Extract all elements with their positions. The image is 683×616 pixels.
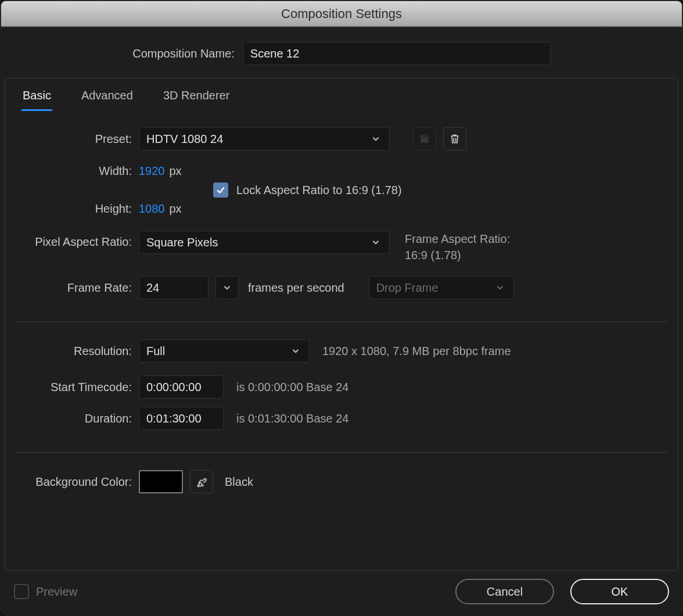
duration-info: is 0:01:30:00 Base 24 <box>236 412 348 425</box>
tab-basic[interactable]: Basic <box>21 85 52 111</box>
bgcolor-row: Background Color: Black <box>16 470 667 493</box>
dialog-body: Composition Name: Basic Advanced 3D Rend… <box>0 28 683 616</box>
save-preset-button[interactable] <box>413 127 436 151</box>
dialog-footer: Preview Cancel OK <box>5 571 678 611</box>
cancel-button[interactable]: Cancel <box>455 579 554 604</box>
height-label: Height: <box>16 202 139 216</box>
button-row: Cancel OK <box>455 579 669 604</box>
width-input[interactable]: 1920 <box>139 164 165 178</box>
far-value: 16:9 (1.78) <box>405 247 510 263</box>
start-timecode-input[interactable]: 0:00:00:00 <box>139 375 224 399</box>
bgcolor-label: Background Color: <box>16 475 139 489</box>
resolution-info: 1920 x 1080, 7.9 MB per 8bpc frame <box>322 345 511 358</box>
chevron-down-icon <box>369 236 382 249</box>
duration-input[interactable]: 0:01:30:00 <box>139 407 224 430</box>
composition-settings-dialog: Composition Settings Composition Name: B… <box>0 0 683 616</box>
preset-row: Preset: HDTV 1080 24 <box>16 127 667 151</box>
preset-label: Preset: <box>16 132 139 146</box>
composition-name-row: Composition Name: <box>5 28 678 78</box>
lock-aspect-row: Lock Aspect Ratio to 16:9 (1.78) <box>16 182 667 198</box>
resolution-select[interactable]: Full <box>139 339 310 363</box>
tab-3d-renderer[interactable]: 3D Renderer <box>162 85 231 111</box>
tab-bar: Basic Advanced 3D Renderer <box>5 78 678 111</box>
duration-label: Duration: <box>16 412 139 425</box>
resolution-section: Resolution: Full 1920 x 1080, 7.9 MB per… <box>5 330 678 444</box>
window-title: Composition Settings <box>1 1 682 27</box>
start-timecode-info: is 0:00:00:00 Base 24 <box>236 381 348 394</box>
start-timecode-row: Start Timecode: 0:00:00:00 is 0:00:00:00… <box>16 375 667 399</box>
preview-label: Preview <box>36 585 77 599</box>
far-block: Frame Aspect Ratio: 16:9 (1.78) <box>405 231 510 263</box>
fps-input[interactable]: 24 <box>139 276 209 299</box>
start-timecode-label: Start Timecode: <box>16 381 139 394</box>
width-row: Width: 1920 px <box>16 164 667 178</box>
preset-value: HDTV 1080 24 <box>146 132 223 146</box>
far-label: Frame Aspect Ratio: <box>405 231 510 247</box>
tabs-panel: Basic Advanced 3D Renderer Preset: HDTV … <box>5 78 678 571</box>
ok-button[interactable]: OK <box>570 579 669 604</box>
preview-checkbox <box>14 584 29 599</box>
fps-row: Frame Rate: 24 frames per second Drop Fr… <box>16 276 667 299</box>
par-row: Pixel Aspect Ratio: Square Pixels Frame … <box>16 231 667 263</box>
composition-name-label: Composition Name: <box>132 47 235 60</box>
preset-select[interactable]: HDTV 1080 24 <box>139 127 390 151</box>
lock-aspect-label: Lock Aspect Ratio to 16:9 (1.78) <box>236 184 402 197</box>
tab-advanced[interactable]: Advanced <box>80 85 134 111</box>
titlebar-container: Composition Settings <box>0 0 683 28</box>
chevron-down-icon <box>289 345 302 357</box>
drop-frame-select: Drop Frame <box>369 276 514 299</box>
height-row: Height: 1080 px <box>16 202 667 216</box>
fps-label: Frame Rate: <box>16 281 139 295</box>
drop-frame-value: Drop Frame <box>376 281 438 295</box>
bgcolor-section: Background Color: Black <box>5 461 678 507</box>
lock-aspect-checkbox[interactable] <box>213 182 228 198</box>
width-unit: px <box>170 164 182 178</box>
resolution-row: Resolution: Full 1920 x 1080, 7.9 MB per… <box>16 339 667 363</box>
duration-row: Duration: 0:01:30:00 is 0:01:30:00 Base … <box>16 407 667 430</box>
height-unit: px <box>170 202 182 216</box>
svg-rect-0 <box>423 135 427 138</box>
par-select[interactable]: Square Pixels <box>139 231 390 254</box>
width-label: Width: <box>16 164 139 178</box>
chevron-down-icon <box>369 132 382 145</box>
par-label: Pixel Aspect Ratio: <box>16 231 139 249</box>
separator <box>16 321 667 322</box>
chevron-down-icon <box>494 281 506 294</box>
delete-preset-button[interactable] <box>443 127 466 151</box>
bgcolor-name: Black <box>225 475 253 489</box>
separator <box>16 452 667 453</box>
height-input[interactable]: 1080 <box>139 202 165 216</box>
preview-group: Preview <box>14 584 77 599</box>
basic-section: Preset: HDTV 1080 24 <box>5 111 678 313</box>
resolution-label: Resolution: <box>16 345 139 358</box>
fps-history-dropdown[interactable] <box>215 276 239 299</box>
chevron-down-icon <box>221 281 233 294</box>
composition-name-input[interactable] <box>243 42 551 65</box>
bgcolor-swatch[interactable] <box>139 470 183 493</box>
par-value: Square Pixels <box>146 236 218 249</box>
resolution-value: Full <box>146 345 165 358</box>
fps-unit: frames per second <box>248 281 344 295</box>
eyedropper-button[interactable] <box>190 470 213 493</box>
